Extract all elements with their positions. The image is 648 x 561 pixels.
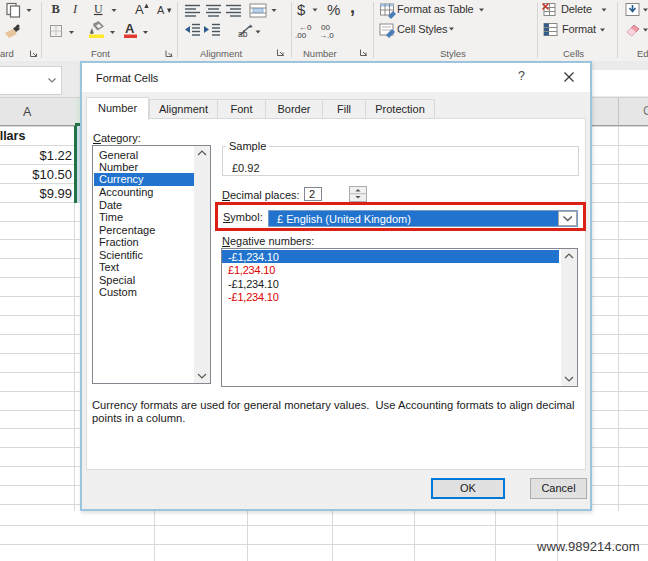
svg-text:Styles: Styles bbox=[440, 48, 466, 59]
svg-text:$: $ bbox=[297, 1, 306, 18]
svg-text:Number: Number bbox=[303, 48, 337, 59]
svg-text:A: A bbox=[125, 21, 135, 36]
svg-text:Ed: Ed bbox=[637, 48, 648, 59]
svg-text:ard: ard bbox=[0, 48, 14, 59]
svg-text:Format as Table: Format as Table bbox=[397, 3, 473, 15]
svg-text:ab: ab bbox=[238, 29, 248, 39]
svg-text:A: A bbox=[135, 2, 144, 17]
svg-text:I: I bbox=[72, 2, 78, 16]
svg-text:Delete: Delete bbox=[561, 3, 592, 15]
svg-text:.00: .00 bbox=[295, 31, 307, 40]
svg-text:Cells: Cells bbox=[563, 48, 584, 59]
svg-text:Cell Styles: Cell Styles bbox=[397, 23, 448, 35]
svg-text:Format: Format bbox=[562, 23, 596, 35]
svg-text:Alignment: Alignment bbox=[200, 48, 243, 59]
svg-text:B: B bbox=[52, 2, 60, 16]
svg-text:U: U bbox=[94, 2, 103, 16]
svg-text:→.0: →.0 bbox=[319, 31, 334, 40]
svg-text:Font: Font bbox=[91, 48, 110, 59]
svg-text:A: A bbox=[157, 4, 165, 16]
svg-text:%: % bbox=[327, 1, 340, 18]
svg-text:,: , bbox=[350, 0, 355, 17]
